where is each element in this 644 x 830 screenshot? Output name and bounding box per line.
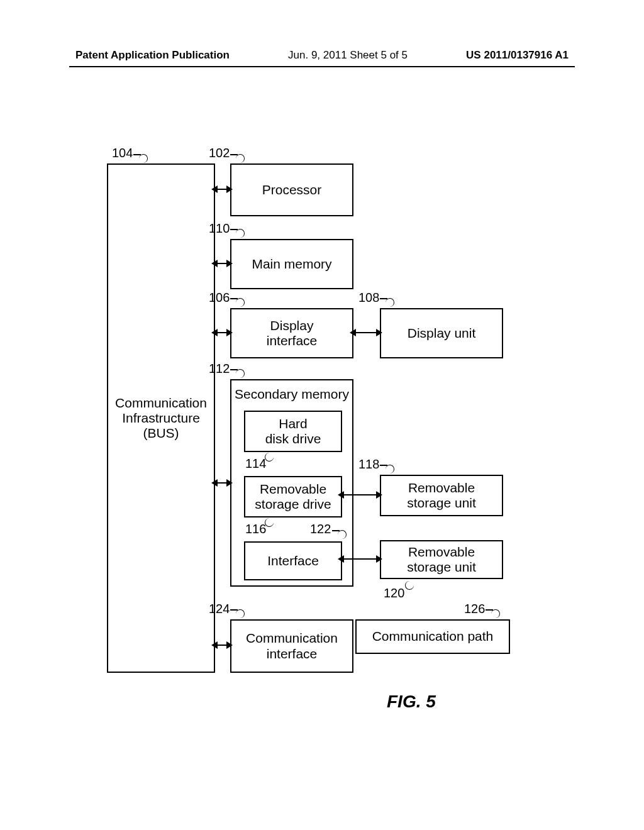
box-secondary-memory: Secondary memory Hard disk drive Removab… <box>230 379 353 587</box>
ah-bc-l <box>211 641 218 649</box>
ah-bd-r <box>226 329 233 336</box>
bus-line1: Communication <box>115 396 207 410</box>
hard-disk-l2: disk drive <box>265 431 321 446</box>
box-communication-path: Communication path <box>355 619 510 654</box>
ref-122: 122 <box>310 522 331 536</box>
ref-112: 112 <box>209 362 230 376</box>
page-header: Patent Application Publication Jun. 9, 2… <box>0 49 644 62</box>
box-removable-storage-drive: Removable storage drive <box>244 476 342 517</box>
display-interface-l2: interface <box>267 333 318 348</box>
bus-line3: (BUS) <box>143 426 179 440</box>
leader-curve-102 <box>236 154 245 163</box>
box-removable-storage-unit-120: Removable storage unit <box>380 540 503 579</box>
box-bus: Communication Infrastructure (BUS) <box>107 163 215 673</box>
ref-120: 120 <box>384 586 404 600</box>
ref-126: 126 <box>464 602 485 616</box>
ref-118: 118 <box>358 457 379 472</box>
main-memory-label: Main memory <box>252 257 331 272</box>
ah-dd-l <box>350 329 356 336</box>
comm-interface-l1: Communication <box>246 631 338 645</box>
leader-curve-124 <box>236 609 245 618</box>
ref-124: 124 <box>209 602 230 616</box>
removable-drive-l1: Removable <box>260 482 326 496</box>
secondary-memory-title: Secondary memory <box>231 387 352 402</box>
header-rule <box>69 66 575 67</box>
ah-bp-l <box>211 185 218 193</box>
arrow-dispint-dispunit <box>355 332 379 333</box>
display-unit-label: Display unit <box>408 326 476 341</box>
ah-bs-l <box>211 479 218 487</box>
leader-curve-118 <box>386 465 394 473</box>
ah-r1-l <box>338 491 344 499</box>
leader-curve-126 <box>491 609 500 618</box>
ref-110: 110 <box>209 221 230 236</box>
header-right: US 2011/0137916 A1 <box>466 49 569 62</box>
ah-r2-r <box>376 555 382 563</box>
ah-dd-r <box>376 329 382 336</box>
box-removable-storage-unit-118: Removable storage unit <box>380 475 503 516</box>
ref-108: 108 <box>358 290 379 305</box>
leader-curve-108 <box>386 298 394 307</box>
box-display-interface: Display interface <box>230 308 353 358</box>
box-hard-disk-drive: Hard disk drive <box>244 411 342 452</box>
arrow-rsd-rsu118 <box>343 494 379 495</box>
leader-curve-116 <box>265 518 274 527</box>
leader-curve-106 <box>236 298 245 307</box>
ah-r2-l <box>338 555 344 563</box>
box-display-unit: Display unit <box>380 308 503 358</box>
processor-label: Processor <box>262 182 322 197</box>
ref-114: 114 <box>245 456 266 471</box>
interface-label: Interface <box>267 553 319 568</box>
comm-path-label: Communication path <box>372 629 494 644</box>
box-processor: Processor <box>230 163 353 216</box>
ah-bp-r <box>226 185 233 193</box>
bus-line2: Infrastructure <box>122 411 200 425</box>
rsu120-l2: storage unit <box>407 560 476 574</box>
leader-curve-104 <box>139 154 148 163</box>
ref-116: 116 <box>245 522 266 536</box>
ref-106: 106 <box>209 290 230 305</box>
rsu118-l1: Removable <box>408 480 475 495</box>
ah-bd-l <box>211 329 218 336</box>
leader-curve-112 <box>236 369 245 378</box>
leader-curve-122 <box>338 530 347 539</box>
display-interface-l1: Display <box>270 318 314 333</box>
box-interface: Interface <box>244 541 342 580</box>
arrow-int-rsu120 <box>343 558 379 560</box>
ah-r1-r <box>376 491 382 499</box>
ref-102: 102 <box>209 146 230 160</box>
header-center: Jun. 9, 2011 Sheet 5 of 5 <box>288 49 408 62</box>
rsu118-l2: storage unit <box>407 495 476 510</box>
box-main-memory: Main memory <box>230 239 353 289</box>
figure-label: FIG. 5 <box>387 692 436 712</box>
ah-bm-l <box>211 260 218 267</box>
rsu120-l1: Removable <box>408 545 475 559</box>
header-left: Patent Application Publication <box>75 49 230 62</box>
box-communication-interface: Communication interface <box>230 619 353 673</box>
ah-bs-r <box>226 479 233 487</box>
ref-104: 104 <box>112 146 133 160</box>
comm-interface-l2: interface <box>267 646 318 661</box>
leader-curve-110 <box>236 229 245 238</box>
leader-curve-114 <box>265 453 274 462</box>
ah-bc-r <box>226 641 233 649</box>
leader-curve-120 <box>405 581 414 590</box>
removable-drive-l2: storage drive <box>255 497 331 511</box>
ah-bm-r <box>226 260 233 267</box>
hard-disk-l1: Hard <box>279 416 308 431</box>
